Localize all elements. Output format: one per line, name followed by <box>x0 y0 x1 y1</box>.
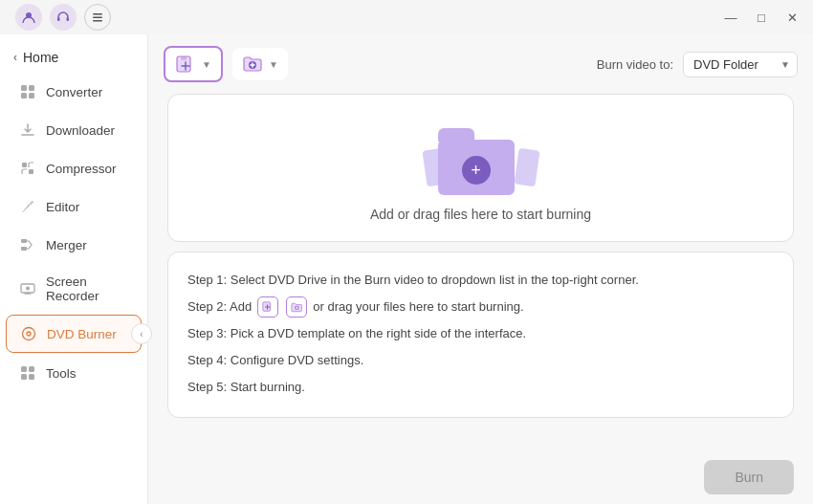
step-1-text: Step 1: Select DVD Drive in the Burn vid… <box>187 268 639 293</box>
add-folder-mini-icon <box>286 296 307 318</box>
sidebar-item-merger[interactable]: Merger <box>6 227 142 263</box>
folder-sheet-right <box>514 148 539 187</box>
merger-label: Merger <box>46 238 87 252</box>
burn-button-label: Burn <box>735 470 763 485</box>
svg-rect-20 <box>21 374 27 380</box>
user-icon <box>22 11 35 24</box>
add-file-icon <box>175 54 196 75</box>
svg-rect-10 <box>22 163 27 167</box>
step-4: Step 4: Configure DVD settings. <box>187 348 774 373</box>
folder-illustration: + <box>438 123 524 195</box>
add-folder-button[interactable]: ▼ <box>232 48 288 80</box>
converter-icon <box>19 83 36 100</box>
svg-point-16 <box>23 328 35 340</box>
add-file-button[interactable]: ▼ <box>164 46 223 82</box>
drop-area-wrapper: + Add or drag files here to start burnin… <box>148 94 813 450</box>
step-2-suffix: or drag your files here to start burning… <box>313 295 523 319</box>
merger-icon <box>19 236 36 253</box>
tools-icon <box>19 364 36 382</box>
svg-point-17 <box>27 332 31 336</box>
svg-rect-8 <box>21 93 27 99</box>
downloader-icon <box>19 121 36 139</box>
close-button[interactable]: ✕ <box>779 4 805 31</box>
add-folder-dropdown-arrow: ▼ <box>269 59 278 70</box>
drop-label: Add or drag files here to start burning <box>370 207 591 222</box>
svg-rect-12 <box>21 239 27 243</box>
step-5: Step 5: Start burning. <box>187 375 774 400</box>
editor-label: Editor <box>46 200 79 214</box>
svg-rect-18 <box>21 366 27 372</box>
step-2-prefix: Step 2: Add <box>187 295 252 319</box>
svg-rect-19 <box>29 366 34 372</box>
sidebar-collapse-btn[interactable]: ‹ <box>131 323 152 344</box>
step-5-text: Step 5: Start burning. <box>187 375 305 400</box>
sidebar: ‹ Home Converter Dow <box>0 34 148 504</box>
toolbar: ▼ ▼ Burn video to: DVD Folder DVD Disc <box>148 34 813 94</box>
dvd-burner-icon <box>20 325 37 342</box>
sidebar-item-editor[interactable]: Editor <box>6 188 142 225</box>
folder-body: + <box>438 140 515 195</box>
sidebar-item-compressor[interactable]: Compressor <box>6 150 142 186</box>
folder-plus-icon: + <box>462 156 491 185</box>
step-4-text: Step 4: Configure DVD settings. <box>187 348 363 373</box>
back-chevron-icon: ‹ <box>13 51 17 64</box>
bottom-bar: Burn <box>148 450 813 504</box>
step-3: Step 3: Pick a DVD template on the right… <box>187 321 774 346</box>
screen-recorder-icon <box>19 280 36 297</box>
sidebar-home-label: Home <box>23 50 58 65</box>
menu-icon-btn[interactable] <box>84 4 111 31</box>
main-content: ▼ ▼ Burn video to: DVD Folder DVD Disc <box>148 34 813 504</box>
svg-rect-11 <box>29 169 33 174</box>
downloader-label: Downloader <box>46 123 115 138</box>
compressor-label: Compressor <box>46 162 117 176</box>
screen-recorder-label: Screen Recorder <box>46 274 128 303</box>
step-1: Step 1: Select DVD Drive in the Burn vid… <box>187 268 774 293</box>
burn-button[interactable]: Burn <box>704 460 794 494</box>
svg-rect-9 <box>29 93 34 99</box>
menu-icon <box>91 11 104 24</box>
tools-label: Tools <box>46 366 77 381</box>
app-body: ‹ Home Converter Dow <box>0 34 813 504</box>
burn-to-label: Burn video to: <box>597 57 673 72</box>
headset-icon-btn[interactable] <box>50 4 77 31</box>
sidebar-item-converter[interactable]: Converter <box>6 74 142 110</box>
user-icon-btn[interactable] <box>15 4 42 31</box>
svg-rect-13 <box>21 247 27 251</box>
add-folder-icon <box>242 54 263 75</box>
svg-rect-6 <box>21 85 27 91</box>
burn-to-select-wrapper: DVD Folder DVD Disc ISO File ▼ <box>683 52 798 77</box>
svg-rect-3 <box>93 13 102 15</box>
svg-rect-23 <box>181 56 187 60</box>
sidebar-item-screen-recorder[interactable]: Screen Recorder <box>6 265 142 313</box>
maximize-button[interactable]: □ <box>748 4 775 31</box>
svg-rect-4 <box>93 17 102 19</box>
minimize-button[interactable]: — <box>717 4 744 31</box>
step-3-text: Step 3: Pick a DVD template on the right… <box>187 321 526 346</box>
svg-rect-21 <box>29 374 34 380</box>
drop-zone[interactable]: + Add or drag files here to start burnin… <box>167 94 794 242</box>
step-2: Step 2: Add or drag <box>187 295 774 319</box>
headset-icon <box>56 11 70 24</box>
compressor-icon <box>19 160 36 177</box>
sidebar-back-btn[interactable]: ‹ Home <box>0 42 147 73</box>
sidebar-item-dvd-burner[interactable]: DVD Burner ‹ <box>6 315 142 353</box>
svg-rect-2 <box>67 17 70 21</box>
converter-label: Converter <box>46 85 102 99</box>
svg-rect-5 <box>93 20 102 22</box>
title-bar: — □ ✕ <box>0 0 813 34</box>
svg-point-15 <box>26 287 30 291</box>
dvd-burner-label: DVD Burner <box>47 327 117 341</box>
sidebar-item-downloader[interactable]: Downloader <box>6 112 142 148</box>
add-file-mini-icon <box>257 296 278 318</box>
add-file-dropdown-arrow: ▼ <box>202 59 211 70</box>
instructions-panel: Step 1: Select DVD Drive in the Burn vid… <box>167 252 794 418</box>
title-bar-icons <box>15 4 111 31</box>
burn-to-select[interactable]: DVD Folder DVD Disc ISO File <box>683 52 798 77</box>
svg-rect-1 <box>57 17 60 21</box>
sidebar-item-tools[interactable]: Tools <box>6 355 142 391</box>
svg-rect-7 <box>29 85 34 91</box>
editor-icon <box>19 198 36 215</box>
